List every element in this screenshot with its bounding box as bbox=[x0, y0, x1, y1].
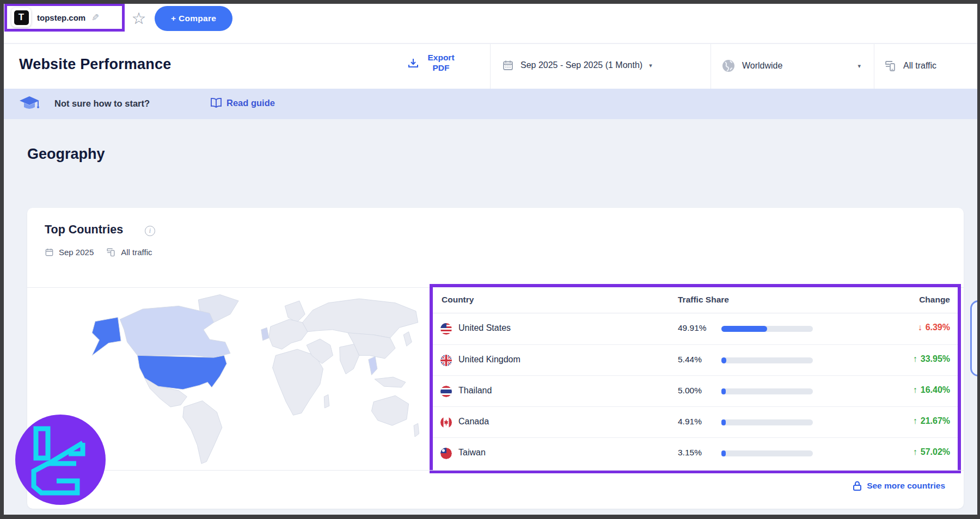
read-guide-link[interactable]: Read guide bbox=[210, 97, 275, 108]
map-africa bbox=[273, 349, 323, 415]
watermark-logo bbox=[15, 415, 106, 505]
export-pdf-button[interactable]: Export PDF bbox=[407, 53, 458, 73]
table-row: United Kingdom 5.44% ↑33.95% bbox=[433, 344, 958, 375]
trend-arrow-icon: ↑ bbox=[913, 447, 917, 456]
meta-date: Sep 2025 bbox=[59, 248, 94, 257]
see-more-label: See more countries bbox=[867, 481, 945, 491]
map-thailand bbox=[369, 356, 377, 375]
card-title: Top Countries bbox=[45, 223, 123, 237]
map-indonesia bbox=[375, 377, 406, 387]
calendar-icon bbox=[45, 248, 54, 257]
trend-arrow-icon: ↑ bbox=[913, 416, 917, 425]
traffic-type-selector[interactable]: All traffic bbox=[884, 59, 936, 72]
divider bbox=[490, 44, 491, 89]
calendar-icon bbox=[502, 59, 514, 71]
map-madagascar bbox=[324, 394, 329, 408]
meta-traffic: All traffic bbox=[121, 248, 152, 257]
book-icon bbox=[210, 97, 222, 108]
screenshot-frame bbox=[0, 0, 4, 519]
trend-arrow-icon: ↑ bbox=[913, 385, 917, 394]
map-europe bbox=[269, 319, 308, 349]
top-bar: T topstep.com ✎ ☆ + Compare bbox=[0, 0, 980, 44]
map-south-america bbox=[183, 401, 222, 464]
country-name: Thailand bbox=[458, 386, 492, 396]
country-name: Taiwan bbox=[458, 448, 486, 458]
divider bbox=[27, 470, 964, 471]
traffic-share-bar bbox=[721, 326, 813, 332]
traffic-share-bar bbox=[721, 450, 813, 456]
region-label: Worldwide bbox=[742, 61, 782, 71]
caret-down-icon: ▾ bbox=[857, 63, 861, 70]
flag-taiwan-icon bbox=[440, 448, 452, 459]
change-value: ↓6.39% bbox=[918, 323, 950, 332]
site-logo-letter: T bbox=[14, 10, 29, 25]
table-row: United States 49.91% ↓6.39% bbox=[433, 313, 958, 344]
page-title: Website Performance bbox=[19, 56, 171, 73]
traffic-share-value: 49.91% bbox=[678, 323, 707, 333]
domain-selector[interactable]: T topstep.com ✎ bbox=[4, 3, 125, 32]
flag-canada-icon bbox=[440, 417, 452, 428]
lock-icon bbox=[853, 480, 862, 491]
map-uk bbox=[261, 328, 269, 341]
export-pdf-label: Export PDF bbox=[424, 53, 458, 73]
site-favicon: T bbox=[11, 8, 31, 27]
country-name: Canada bbox=[458, 417, 489, 427]
traffic-share-value: 4.91% bbox=[678, 417, 702, 427]
col-traffic-share: Traffic Share bbox=[678, 295, 729, 305]
top-countries-table: Country Traffic Share Change United Stat… bbox=[430, 284, 961, 473]
help-banner: Not sure how to start? Read guide bbox=[0, 89, 980, 119]
domain-name: topstep.com bbox=[37, 13, 85, 22]
see-more-countries-link[interactable]: See more countries bbox=[853, 480, 945, 491]
edit-pencil-icon[interactable]: ✎ bbox=[91, 12, 99, 23]
table-row: Taiwan 3.15% ↑57.02% bbox=[433, 437, 958, 468]
page-body: Geography Top Countries i Sep 2025 All t… bbox=[0, 119, 980, 515]
change-value: ↑57.02% bbox=[913, 447, 950, 457]
read-guide-label: Read guide bbox=[226, 98, 275, 108]
top-countries-card: Top Countries i Sep 2025 All traffic bbox=[27, 208, 964, 509]
date-range-label: Sep 2025 - Sep 2025 (1 Month) bbox=[520, 60, 642, 70]
map-new-zealand bbox=[414, 423, 419, 437]
globe-icon bbox=[721, 59, 736, 73]
change-value: ↑33.95% bbox=[913, 354, 950, 364]
date-range-selector[interactable]: Sep 2025 - Sep 2025 (1 Month) ▾ bbox=[502, 59, 652, 71]
compare-button[interactable]: + Compare bbox=[155, 6, 232, 31]
graduation-cap-icon bbox=[19, 94, 40, 114]
devices-icon bbox=[884, 59, 897, 72]
flag-united-states-icon bbox=[440, 323, 452, 335]
country-name: United States bbox=[458, 323, 511, 333]
trend-arrow-icon: ↓ bbox=[918, 323, 922, 332]
header-bar: Website Performance Export PDF Sep 2025 … bbox=[0, 44, 980, 89]
change-value: ↑21.67% bbox=[913, 416, 950, 426]
table-header: Country Traffic Share Change bbox=[433, 287, 958, 313]
table-row: Canada 4.91% ↑21.67% bbox=[433, 406, 958, 437]
divider bbox=[710, 44, 711, 89]
table-row: Thailand 5.00% ↑16.40% bbox=[433, 375, 958, 406]
download-icon bbox=[407, 57, 419, 69]
screenshot-frame bbox=[977, 0, 980, 519]
traffic-type-label: All traffic bbox=[903, 61, 936, 71]
divider bbox=[874, 44, 874, 89]
devices-icon bbox=[106, 247, 116, 257]
map-australia bbox=[371, 396, 408, 425]
screenshot-frame bbox=[0, 515, 980, 519]
region-selector[interactable]: Worldwide ▾ bbox=[721, 59, 861, 73]
screenshot-viewport: T topstep.com ✎ ☆ + Compare Website Perf… bbox=[0, 0, 980, 519]
change-value: ↑16.40% bbox=[913, 385, 950, 395]
traffic-share-bar bbox=[721, 357, 813, 363]
traffic-share-bar bbox=[721, 419, 813, 425]
traffic-share-value: 5.44% bbox=[678, 355, 702, 364]
favorite-star-icon[interactable]: ☆ bbox=[129, 7, 149, 29]
screenshot-frame bbox=[0, 0, 980, 4]
card-meta: Sep 2025 All traffic bbox=[45, 247, 152, 257]
flag-thailand-icon bbox=[440, 386, 452, 397]
traffic-share-value: 3.15% bbox=[678, 448, 702, 458]
map-alaska bbox=[92, 317, 121, 355]
world-map bbox=[49, 291, 430, 466]
country-name: United Kingdom bbox=[458, 355, 520, 364]
geography-section-title: Geography bbox=[27, 146, 105, 163]
map-scandinavia bbox=[285, 301, 305, 323]
col-change: Change bbox=[919, 295, 950, 305]
flag-united-kingdom-icon bbox=[440, 355, 452, 366]
traffic-share-value: 5.00% bbox=[678, 386, 702, 396]
info-icon[interactable]: i bbox=[145, 226, 155, 236]
